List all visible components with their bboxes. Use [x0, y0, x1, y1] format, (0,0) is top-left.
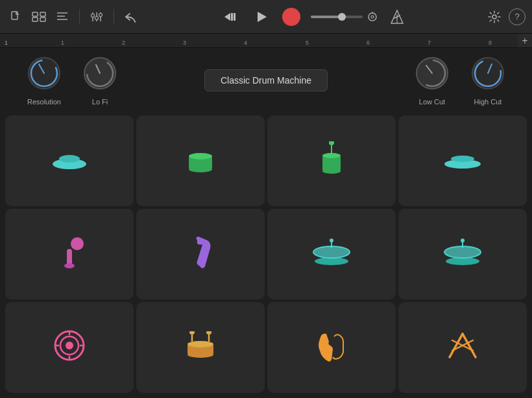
pad-3-icon: [318, 141, 345, 181]
lowcut-knob-group: Low Cut: [414, 55, 450, 106]
pad-3[interactable]: [267, 115, 396, 206]
toolbar: ?: [0, 0, 532, 34]
resolution-knob[interactable]: [26, 55, 62, 91]
svg-line-76: [450, 334, 463, 357]
svg-point-11: [91, 14, 95, 17]
layout-icon[interactable]: [30, 8, 48, 26]
svg-point-56: [330, 239, 333, 242]
pad-4-svg: [442, 147, 483, 170]
pad-7-svg: [311, 238, 352, 266]
pad-11-svg: [315, 329, 348, 362]
svg-point-24: [492, 15, 496, 19]
svg-rect-3: [32, 18, 38, 21]
svg-marker-17: [258, 12, 267, 22]
back-icon[interactable]: [122, 8, 140, 26]
pad-10-svg: [183, 331, 218, 360]
controls-area: Resolution Lo Fi Classic Drum Machine: [0, 48, 532, 113]
pad-8-icon: [442, 238, 483, 271]
pad-5-icon: [54, 235, 85, 274]
list-icon[interactable]: [53, 8, 71, 26]
left-knobs: Resolution Lo Fi: [26, 55, 118, 106]
pad-1[interactable]: [5, 115, 134, 206]
highcut-knob-group: High Cut: [470, 55, 506, 106]
svg-rect-4: [40, 18, 45, 21]
svg-point-49: [71, 237, 84, 250]
pad-5-svg: [54, 235, 85, 270]
svg-point-74: [189, 331, 195, 334]
svg-rect-15: [231, 13, 233, 21]
volume-control[interactable]: [311, 12, 378, 22]
ruler-mark-3: 3: [183, 40, 186, 46]
ruler-mark-4: 4: [244, 40, 247, 46]
pad-4[interactable]: [398, 115, 527, 206]
main-content: Resolution Lo Fi Classic Drum Machine: [0, 48, 532, 398]
ruler: 1 12345678 +: [0, 34, 532, 48]
highcut-knob[interactable]: [470, 55, 506, 91]
pad-11[interactable]: [267, 302, 396, 393]
pad-7[interactable]: [267, 209, 396, 299]
ruler-mark-5: 5: [306, 40, 309, 46]
pad-10-icon: [183, 331, 218, 364]
pad-6-icon: [186, 235, 215, 274]
svg-rect-1: [32, 12, 38, 16]
svg-point-12: [95, 16, 99, 19]
resolution-label: Resolution: [27, 98, 61, 106]
highcut-label: High Cut: [474, 98, 502, 106]
preset-name[interactable]: Classic Drum Machine: [204, 69, 328, 91]
pad-2[interactable]: [136, 115, 265, 206]
toolbar-separator-2: [114, 9, 114, 25]
pad-12[interactable]: [398, 302, 527, 393]
pads-grid: [0, 113, 532, 398]
svg-point-51: [64, 263, 75, 268]
pad-9-svg: [53, 329, 86, 362]
svg-point-41: [189, 153, 212, 159]
svg-point-75: [206, 331, 212, 334]
volume-knob[interactable]: [338, 13, 346, 21]
lofi-label: Lo Fi: [92, 98, 108, 106]
svg-point-38: [59, 155, 80, 163]
resolution-knob-group: Resolution: [26, 55, 62, 106]
volume-fill: [311, 16, 339, 18]
lowcut-knob[interactable]: [414, 55, 450, 91]
svg-point-61: [461, 239, 465, 242]
pad-3-svg: [318, 141, 345, 176]
transport-controls: [145, 6, 480, 27]
mixer-icon[interactable]: [88, 8, 106, 26]
ruler-mark-6: 6: [367, 40, 370, 46]
svg-line-77: [463, 334, 476, 357]
play-button[interactable]: [251, 6, 272, 27]
svg-point-48: [451, 156, 474, 162]
record-button[interactable]: [282, 8, 300, 26]
settings-icon[interactable]: [485, 8, 503, 26]
svg-marker-14: [224, 13, 230, 21]
lofi-knob[interactable]: [82, 55, 118, 91]
right-knobs: Low Cut High Cut: [414, 55, 506, 106]
volume-icon: [367, 12, 378, 22]
volume-track[interactable]: [311, 16, 363, 18]
svg-point-13: [99, 13, 103, 16]
ruler-start: 1: [5, 40, 8, 46]
pad-2-icon: [184, 142, 217, 180]
pad-1-svg: [50, 146, 89, 172]
ruler-add-button[interactable]: +: [518, 34, 532, 48]
metronome-icon[interactable]: [389, 9, 405, 25]
pad-6[interactable]: [136, 209, 265, 299]
svg-point-19: [371, 16, 374, 18]
help-button[interactable]: ?: [509, 8, 526, 25]
file-icon[interactable]: [6, 8, 25, 26]
pad-9[interactable]: [5, 302, 134, 393]
ruler-mark-8: 8: [489, 40, 492, 46]
pad-2-svg: [184, 142, 217, 176]
rewind-button[interactable]: [220, 6, 241, 27]
toolbar-separator-1: [79, 9, 80, 25]
svg-point-46: [329, 141, 334, 145]
toolbar-right: ?: [485, 8, 526, 26]
ruler-mark-7: 7: [428, 40, 431, 46]
pad-8[interactable]: [398, 209, 527, 299]
pad-6-svg: [186, 235, 215, 269]
svg-point-71: [187, 341, 213, 347]
pad-10[interactable]: [136, 302, 265, 393]
ruler-mark-2: 2: [122, 40, 125, 46]
ruler-mark-1: 1: [61, 40, 64, 46]
pad-5[interactable]: [5, 209, 134, 299]
